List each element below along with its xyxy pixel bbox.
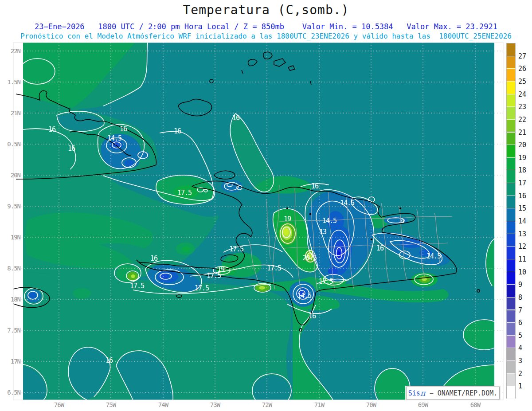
colorbar-cell bbox=[507, 374, 515, 387]
contour-label: 17.5 bbox=[130, 282, 144, 290]
colorbar-cell bbox=[507, 43, 515, 56]
contour-label: 16 bbox=[150, 254, 157, 262]
colorbar-tick-label: 26 bbox=[518, 65, 526, 73]
contour-label: 19 bbox=[284, 215, 291, 223]
colorbar-cell bbox=[507, 69, 515, 82]
colorbar-cell bbox=[507, 145, 515, 158]
contour-label: 14.5 bbox=[322, 217, 336, 225]
x-axis-tick-label: 69W bbox=[418, 401, 428, 408]
contour-label: 16 bbox=[48, 125, 55, 133]
contour-label: 16 bbox=[232, 114, 239, 122]
colorbar-cell bbox=[507, 297, 515, 310]
colorbar-cell bbox=[507, 208, 515, 221]
colorbar-cell bbox=[507, 170, 515, 183]
contour-label: 20.5 bbox=[302, 254, 317, 262]
x-axis-tick-label: 68W bbox=[470, 401, 480, 408]
contour-label: 17.5 bbox=[195, 284, 209, 292]
y-axis-tick-label: 0.5N bbox=[0, 141, 20, 148]
temperature-shading bbox=[16, 43, 505, 408]
colorbar-tick-label: 5 bbox=[518, 332, 522, 340]
colorbar-tick-label: 24 bbox=[518, 90, 526, 98]
contour-label: 16 bbox=[120, 125, 127, 133]
badge-pi-logo: π bbox=[420, 390, 426, 396]
colorbar-tick-label: 19 bbox=[518, 154, 526, 162]
colorbar-tick-label: 27 bbox=[518, 52, 526, 60]
y-axis-tick-label: 7.5N bbox=[0, 327, 20, 334]
colorbar-cell bbox=[507, 310, 515, 323]
colorbar-tick-label: 6 bbox=[518, 319, 522, 327]
colorbar-cell bbox=[507, 348, 515, 361]
x-axis-tick-label: 70W bbox=[366, 401, 376, 408]
contour-label: 14.5 bbox=[340, 199, 354, 207]
colorbar-tick-label: 15 bbox=[518, 204, 526, 212]
y-axis-tick-label: 1.5N bbox=[0, 78, 20, 86]
y-axis-tick-label: 8.5N bbox=[0, 265, 20, 272]
contour-label: 17.5 bbox=[229, 245, 243, 253]
colorbar-tick-label: 25 bbox=[518, 78, 526, 86]
contour-label: 16 bbox=[311, 182, 318, 190]
colorbar-cell bbox=[507, 82, 515, 94]
contour-label: 16 bbox=[68, 145, 75, 153]
colorbar-tick-label: 22 bbox=[518, 116, 526, 124]
contour-label: 17.5 bbox=[267, 264, 281, 272]
colorbar-cell bbox=[507, 183, 515, 196]
colorbar-tick-label: 3 bbox=[518, 357, 522, 365]
colorbar-cell bbox=[507, 336, 515, 348]
contour-label: 17.5 bbox=[319, 278, 333, 286]
y-axis-tick-label: 9.5N bbox=[0, 203, 20, 210]
colorbar-tick-label: 14 bbox=[518, 217, 526, 225]
map-canvas bbox=[0, 0, 532, 411]
x-axis-tick-label: 74W bbox=[158, 401, 168, 408]
x-axis-tick-label: 73W bbox=[210, 401, 220, 408]
colorbar-cell bbox=[507, 120, 515, 133]
colorbar-cell bbox=[507, 272, 515, 285]
colorbar-tick-label: 7 bbox=[518, 306, 522, 314]
colorbar-tick-label: 21 bbox=[518, 129, 526, 137]
colorbar-tick-label: 4 bbox=[518, 344, 522, 352]
contour-label: 16 bbox=[106, 356, 113, 364]
colorbar-tick-label: 23 bbox=[518, 103, 526, 111]
colorbar-cell bbox=[507, 221, 515, 234]
colorbar-tick-label: 9 bbox=[518, 281, 522, 289]
y-axis-tick-label: 20N bbox=[0, 172, 20, 179]
badge-app-name: Sis bbox=[408, 389, 420, 397]
contour-label: 14.5 bbox=[426, 252, 441, 260]
colorbar-tick-label: 20 bbox=[518, 141, 526, 149]
weather-map-page: Temperatura (C,somb.) 23−Ene−2026 1800 U… bbox=[0, 0, 532, 411]
colorbar-cell bbox=[507, 259, 515, 272]
badge-separator: − bbox=[426, 389, 438, 397]
x-axis-tick-label: 75W bbox=[106, 401, 116, 408]
colorbar-tick-label: 2 bbox=[518, 370, 522, 378]
colorbar-tick-label: 1 bbox=[518, 382, 522, 390]
colorbar-cell bbox=[507, 158, 515, 171]
colorbar-cell bbox=[507, 133, 515, 145]
colorbar-cell bbox=[507, 386, 515, 399]
colorbar-cell bbox=[507, 234, 515, 247]
colorbar-cell bbox=[507, 196, 515, 209]
colorbar-tick-label: 17 bbox=[518, 179, 526, 187]
contour-label: 16 bbox=[174, 127, 181, 135]
colorbar-cell bbox=[507, 285, 515, 297]
colorbar-tick-label: 10 bbox=[518, 268, 526, 276]
y-axis-tick-label: 22N bbox=[0, 47, 20, 55]
colorbar-cell bbox=[507, 361, 515, 374]
y-axis-tick-label: 6.5N bbox=[0, 389, 20, 396]
colorbar-cell bbox=[507, 56, 515, 69]
contour-label: 16 bbox=[376, 244, 383, 252]
colorbar-cell bbox=[507, 247, 515, 259]
x-axis-tick-label: 71W bbox=[314, 401, 324, 408]
colorbar-tick-label: 8 bbox=[518, 294, 522, 301]
contour-label: 19 bbox=[217, 266, 224, 274]
colorbar-cell bbox=[507, 323, 515, 336]
y-axis-tick-label: 21N bbox=[0, 110, 20, 117]
badge-org-name: ONAMET/REP.DOM. bbox=[438, 389, 497, 397]
onamet-badge: Sisπ − ONAMET/REP.DOM. bbox=[406, 387, 500, 399]
colorbar-tick-label: 18 bbox=[518, 166, 526, 174]
colorbar-cell bbox=[507, 107, 515, 120]
colorbar-cell bbox=[507, 94, 515, 107]
colorbar-tick-label: 13 bbox=[518, 230, 526, 238]
contour-label: 16 bbox=[309, 312, 316, 320]
contour-label: 13 bbox=[319, 228, 326, 236]
colorbar-tick-label: 16 bbox=[518, 192, 526, 200]
contour-label: 14.5 bbox=[297, 292, 311, 300]
